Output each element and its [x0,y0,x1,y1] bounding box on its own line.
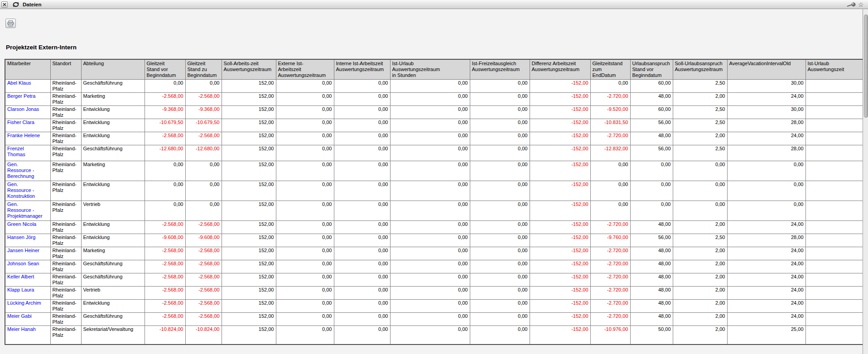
table-row: Keller AlbertRheinland-PfalzGeschäftsfüh… [5,273,863,287]
window-tab-bar: Dateien ☆ [0,0,868,9]
cell-value [805,80,863,93]
cell-value: 152,00 [222,273,276,287]
employee-link[interactable]: Hansen Jörg [7,234,42,240]
cell-value: 0,00 [334,221,390,234]
cell-value: 0,00 [390,234,470,247]
cell-value: 0,00 [185,181,222,201]
employee-link[interactable]: Gen. Ressource - Konstruktion [7,182,42,199]
cell-value: 24,00 [727,132,805,145]
cell-value: 0,00 [470,201,530,221]
employee-link[interactable]: Klapp Laura [7,287,42,293]
cell-value: 0,00 [276,80,334,93]
cell-value: -2.568,00 [145,313,185,326]
cell-value: -2.568,00 [185,260,222,273]
cell-abteilung: Geschäftsführung [81,145,145,161]
cell-value [805,326,863,344]
employee-link[interactable]: Franke Helene [7,133,42,139]
cell-value: 0,00 [276,234,334,247]
column-header-10: Differenz Arbeitszeit Auswertungszeitrau… [530,59,590,80]
cell-mitarbeiter: Gen. Ressource - Konstruktion [5,181,50,201]
cell-value: 56,00 [630,145,673,161]
employee-link[interactable]: Keller Albert [7,274,42,280]
cell-value: 0,00 [390,300,470,313]
cell-value: 48,00 [630,132,673,145]
cell-value: -152,00 [530,234,590,247]
employee-link[interactable]: Abel Klaus [7,80,42,86]
cell-value: 0,00 [145,201,185,221]
employee-link[interactable]: Meier Hanah [7,326,42,332]
cell-value: 0,00 [276,161,334,181]
cell-value: -9.368,00 [185,106,222,119]
cell-abteilung: Entwicklung [81,132,145,145]
cell-value: 60,00 [630,106,673,119]
tab-close-button[interactable] [1,1,8,8]
cell-value: 48,00 [630,221,673,234]
cell-mitarbeiter: Berger Petra [5,93,50,106]
cell-value: -9.760,00 [590,234,630,247]
cell-abteilung: Entwicklung [81,234,145,247]
cell-value: -12.832,00 [590,145,630,161]
print-button[interactable] [5,19,16,28]
cell-value [805,132,863,145]
cell-value: 0,00 [276,273,334,287]
cell-value: -2.568,00 [145,247,185,260]
cell-standort: Rheinland-Pfalz [50,145,81,161]
cell-value: -2.720,00 [590,247,630,260]
cell-standort: Rheinland-Pfalz [50,132,81,145]
table-row: Fisher ClaraRheinland-PfalzEntwicklung-1… [5,119,863,132]
cell-value: -2.720,00 [590,221,630,234]
cell-value: 152,00 [222,93,276,106]
cell-value: 0,00 [276,132,334,145]
cell-value: 152,00 [222,181,276,201]
cell-value: 0,00 [590,201,630,221]
cell-value: 152,00 [222,201,276,221]
employee-link[interactable]: Jansen Heiner [7,248,42,254]
employee-link[interactable]: Gen. Ressource - Berechnung [7,162,42,179]
cell-value: 0,00 [470,80,530,93]
employee-link[interactable]: Meier Gabi [7,313,42,319]
cell-value: 48,00 [630,287,673,300]
vertical-scrollbar[interactable] [863,9,868,354]
cell-value [805,161,863,181]
cell-value: 0,00 [673,161,727,181]
cell-value: -2.568,00 [145,300,185,313]
cell-value: 0,00 [470,145,530,161]
employee-link[interactable]: Berger Petra [7,93,42,99]
cell-value: 0,00 [470,273,530,287]
cell-value: 0,00 [276,260,334,273]
cell-value: 0,00 [390,132,470,145]
employee-link[interactable]: Johnson Sean [7,261,42,267]
cell-value: 48,00 [630,300,673,313]
employee-link[interactable]: Lücking Archim [7,300,42,306]
cell-value: 24,00 [727,221,805,234]
cell-value: -2.720,00 [590,300,630,313]
cell-value: -152,00 [530,287,590,300]
cell-standort: Rheinland-Pfalz [50,260,81,273]
cell-mitarbeiter: Klapp Laura [5,287,50,300]
tab-label-dateien[interactable]: Dateien [23,2,42,7]
cell-value [805,181,863,201]
cell-value: -10.679,50 [145,119,185,132]
cell-abteilung: Marketing [81,93,145,106]
employee-link[interactable]: Fisher Clara [7,120,42,125]
employee-link[interactable]: Clarson Jonas [7,106,42,112]
cell-value [805,260,863,273]
cell-value: -10.824,00 [185,326,222,344]
cell-value: 24,00 [727,260,805,273]
employee-link[interactable]: Green Nicola [7,221,42,227]
cell-value: -2.720,00 [590,260,630,273]
scrollbar-thumb[interactable] [864,14,868,118]
pin-icon[interactable] [847,2,857,8]
cell-abteilung: Marketing [81,161,145,181]
star-icon[interactable]: ☆ [858,0,864,9]
employee-link[interactable]: Frenzel Thomas [7,146,42,158]
cell-value: 48,00 [630,247,673,260]
employee-link[interactable]: Gen. Ressource - Projektmanager [7,201,42,219]
cell-value: 2,50 [673,119,727,132]
cell-value [805,221,863,234]
cell-value: 0,00 [470,106,530,119]
cell-value: 0,00 [334,234,390,247]
cell-value: 0,00 [334,287,390,300]
cell-value: 2,00 [673,300,727,313]
cell-value: 0,00 [390,145,470,161]
